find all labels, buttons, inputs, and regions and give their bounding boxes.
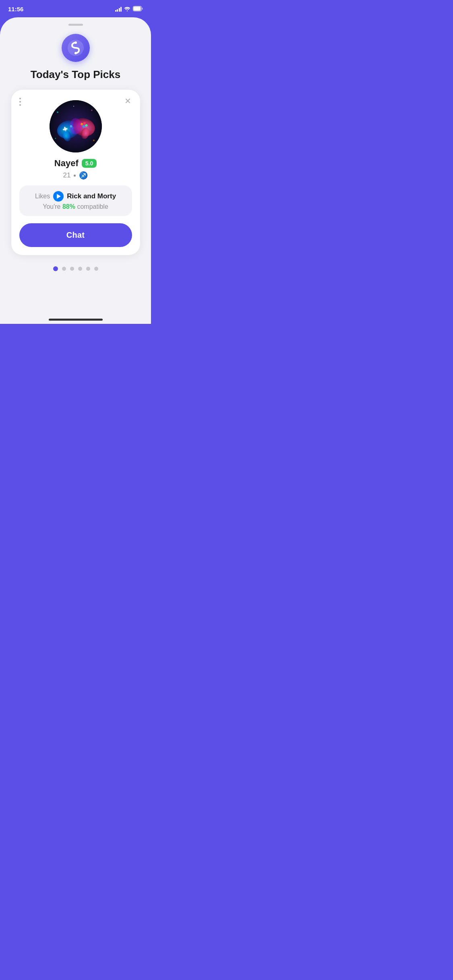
avatar-container [19,100,132,152]
show-name: Rick and Morty [67,192,116,200]
signal-icon [115,7,122,12]
svg-rect-2 [142,8,143,10]
main-sheet: Today's Top Picks ✕ [0,17,151,324]
status-icons [115,6,143,12]
pagination-dot-6[interactable] [94,267,98,271]
user-name-row: Nayef 5.0 [19,158,132,169]
compat-percent: 88% [62,203,75,210]
svg-point-0 [127,10,128,11]
status-bar: 11:56 [0,0,151,16]
svg-point-5 [74,41,77,44]
user-name: Nayef [54,158,79,169]
svg-rect-3 [134,7,141,11]
card-menu-button[interactable] [18,96,23,107]
pagination-dot-3[interactable] [70,267,74,271]
compat-percent-row: You're 88% compatible [27,203,124,210]
svg-point-22 [91,110,92,111]
home-indicator [49,319,103,321]
play-icon [53,191,64,202]
svg-point-20 [70,118,82,134]
rating-badge: 5.0 [82,159,97,168]
zodiac-icon: ♐ [79,171,88,180]
pagination-dot-1[interactable] [53,266,58,271]
svg-point-23 [93,140,95,141]
chat-button[interactable]: Chat [19,223,132,247]
svg-point-6 [74,52,77,54]
likes-label: Likes [35,193,50,200]
avatar [50,100,102,152]
compat-likes-row: Likes Rick and Morty [27,191,124,202]
status-time: 11:56 [8,6,23,12]
user-age: 21 [63,171,71,179]
app-logo [62,34,90,62]
compat-text: compatible [77,203,108,210]
card-close-button[interactable]: ✕ [122,95,134,107]
pagination-dot-2[interactable] [62,267,66,271]
separator-dot [74,175,76,177]
drag-handle [68,24,83,26]
svg-point-24 [55,138,56,139]
profile-card: ✕ [11,90,140,255]
page-title: Today's Top Picks [31,68,120,81]
pagination-dot-5[interactable] [86,267,90,271]
battery-icon [133,6,143,12]
user-meta: 21 ♐ [19,171,132,180]
svg-point-21 [57,111,58,113]
user-info: Nayef 5.0 21 ♐ [19,158,132,180]
wifi-icon [124,6,130,12]
svg-point-25 [73,106,74,107]
compatibility-pill: Likes Rick and Morty You're 88% compatib… [19,185,132,216]
pagination-dots [53,266,98,271]
pagination-dot-4[interactable] [78,267,82,271]
